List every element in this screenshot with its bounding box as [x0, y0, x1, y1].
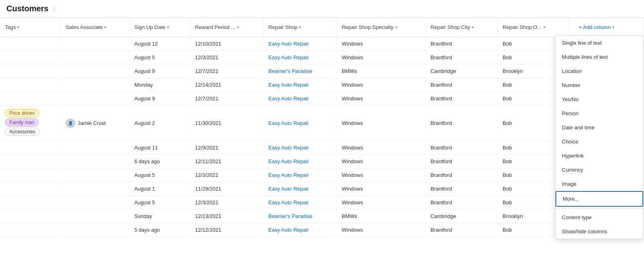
page-header: Customers ☆	[0, 0, 644, 18]
cell-reward-period: 12/7/2021	[190, 92, 263, 106]
col-sign-up-date[interactable]: Sign Up Date ▾	[129, 18, 190, 37]
col-repair-shop[interactable]: Repair Shop ▾	[263, 18, 336, 37]
cell-tags	[0, 37, 61, 51]
dropdown-item-image[interactable]: Image	[555, 177, 643, 191]
dropdown-item-date-time[interactable]: Date and time	[555, 120, 643, 135]
cell-repair-city: Brantford	[425, 182, 497, 196]
cell-sign-up-date: August 12	[129, 37, 190, 51]
cell-tags	[0, 182, 61, 196]
dropdown-item-choice[interactable]: Choice	[555, 135, 643, 149]
tag-family_man: Family man	[5, 118, 39, 127]
col-repair-specialty[interactable]: Repair Shop:Specialty ▾	[336, 18, 425, 37]
cell-repair-specialty: Windows	[336, 196, 425, 210]
cell-reward-period: 12/11/2021	[190, 155, 263, 168]
add-column-button[interactable]: + Add column ▾	[574, 22, 619, 33]
data-table: Tags ▾ Sales Associate ▾ Sign Up Date ▾	[0, 18, 644, 237]
dropdown-item-currency[interactable]: Currency	[555, 163, 643, 177]
cell-repair-shop[interactable]: Easy Auto Repair	[263, 51, 336, 64]
cell-repair-shop[interactable]: Easy Auto Repair	[263, 182, 336, 196]
table-row: August 1212/10/2021Easy Auto RepairWindo…	[0, 37, 644, 51]
cell-reward-period: 12/3/2021	[190, 51, 263, 64]
cell-repair-shop[interactable]: Easy Auto Repair	[263, 37, 336, 51]
cell-tags: Price drivenFamily manAccessories	[0, 106, 61, 141]
dropdown-item-yes-no[interactable]: Yes/No	[555, 92, 643, 106]
cell-repair-specialty: Windows	[336, 141, 425, 155]
add-column-chevron: ▾	[612, 25, 614, 29]
dropdown-divider	[555, 208, 643, 209]
cell-reward-period: 11/30/2021	[190, 106, 263, 141]
cell-repair-city: Brantford	[425, 78, 497, 92]
cell-sales-associate	[61, 196, 129, 210]
dropdown-item-more[interactable]: More...	[555, 191, 643, 207]
cell-repair-shop[interactable]: Beamer's Paradise	[263, 210, 336, 223]
col-reward-period[interactable]: Reward Period ... ▾	[190, 18, 263, 37]
dropdown-item-person[interactable]: Person	[555, 106, 643, 120]
cell-tags	[0, 51, 61, 64]
col-repair-o[interactable]: Repair Shop:O... ▾	[497, 18, 569, 37]
cell-sign-up-date: Sunday	[129, 210, 190, 223]
cell-tags	[0, 196, 61, 210]
table-header-row: Tags ▾ Sales Associate ▾ Sign Up Date ▾	[0, 18, 644, 37]
cell-repair-shop[interactable]: Easy Auto Repair	[263, 92, 336, 106]
cell-sign-up-date: August 5	[129, 168, 190, 182]
star-icon[interactable]: ☆	[52, 5, 57, 12]
col-sales-associate-label: Sales Associate	[66, 24, 103, 30]
tag-price_driven: Price driven	[5, 109, 39, 117]
cell-tags	[0, 168, 61, 182]
cell-sales-associate	[61, 78, 129, 92]
cell-repair-shop[interactable]: Easy Auto Repair	[263, 78, 336, 92]
cell-sign-up-date: Monday	[129, 78, 190, 92]
cell-repair-city: Cambridge	[425, 64, 497, 78]
dropdown-item-multiple-lines[interactable]: Multiple lines of text	[555, 50, 643, 64]
dropdown-item-show-hide[interactable]: Show/hide columns	[555, 224, 643, 239]
dropdown-item-hyperlink[interactable]: Hyperlink	[555, 149, 643, 163]
col-repair-o-label: Repair Shop:O...	[503, 24, 542, 30]
col-repair-label: Repair Shop	[268, 24, 297, 30]
cell-tags	[0, 155, 61, 168]
col-tags[interactable]: Tags ▾	[0, 18, 61, 37]
sales-associate-name: Jamie Crust	[78, 120, 105, 126]
cell-sales-associate	[61, 223, 129, 237]
cell-repair-shop[interactable]: Easy Auto Repair	[263, 141, 336, 155]
cell-repair-city: Brantford	[425, 155, 497, 168]
table-row: Monday12/14/2021Easy Auto RepairWindowsB…	[0, 78, 644, 92]
cell-reward-period: 12/10/2021	[190, 37, 263, 51]
dropdown-item-number[interactable]: Number	[555, 78, 643, 92]
dropdown-item-location[interactable]: Location	[555, 64, 643, 78]
col-signup-chevron: ▾	[167, 25, 169, 29]
cell-reward-period: 12/3/2021	[190, 196, 263, 210]
table-body: August 1212/10/2021Easy Auto RepairWindo…	[0, 37, 644, 237]
col-repair-chevron: ▾	[299, 25, 301, 29]
cell-repair-specialty: Windows	[336, 155, 425, 168]
col-city-label: Repair Shop:City	[430, 24, 470, 30]
cell-reward-period: 11/29/2021	[190, 182, 263, 196]
table-row: Price drivenFamily manAccessories👤Jamie …	[0, 106, 644, 141]
cell-repair-specialty: BMWs	[336, 210, 425, 223]
cell-repair-shop[interactable]: Beamer's Paradise	[263, 64, 336, 78]
cell-reward-period: 12/9/2021	[190, 141, 263, 155]
table-row: August 111/29/2021Easy Auto RepairWindow…	[0, 182, 644, 196]
cell-repair-shop[interactable]: Easy Auto Repair	[263, 106, 336, 141]
cell-sales-associate	[61, 155, 129, 168]
cell-repair-city: Brantford	[425, 168, 497, 182]
cell-repair-shop[interactable]: Easy Auto Repair	[263, 155, 336, 168]
col-sales-associate[interactable]: Sales Associate ▾	[61, 18, 129, 37]
table-row: 5 days ago12/12/2021Easy Auto RepairWind…	[0, 223, 644, 237]
cell-sales-associate	[61, 51, 129, 64]
cell-tags	[0, 223, 61, 237]
cell-sales-associate	[61, 141, 129, 155]
cell-repair-city: Brantford	[425, 223, 497, 237]
cell-sales-associate	[61, 210, 129, 223]
cell-repair-shop[interactable]: Easy Auto Repair	[263, 196, 336, 210]
cell-sign-up-date: August 11	[129, 141, 190, 155]
table-row: Sunday12/13/2021Beamer's ParadiseBMWsCam…	[0, 210, 644, 223]
dropdown-item-content-type[interactable]: Content type	[555, 210, 643, 224]
cell-tags	[0, 92, 61, 106]
col-add-column[interactable]: + Add column ▾ Single line of text Multi…	[569, 18, 644, 37]
cell-repair-shop[interactable]: Easy Auto Repair	[263, 223, 336, 237]
add-column-dropdown: Single line of text Multiple lines of te…	[555, 35, 644, 239]
cell-repair-shop[interactable]: Easy Auto Repair	[263, 168, 336, 182]
dropdown-item-single-line[interactable]: Single line of text	[555, 36, 643, 50]
cell-repair-specialty: Windows	[336, 223, 425, 237]
col-repair-city[interactable]: Repair Shop:City ▾	[425, 18, 497, 37]
